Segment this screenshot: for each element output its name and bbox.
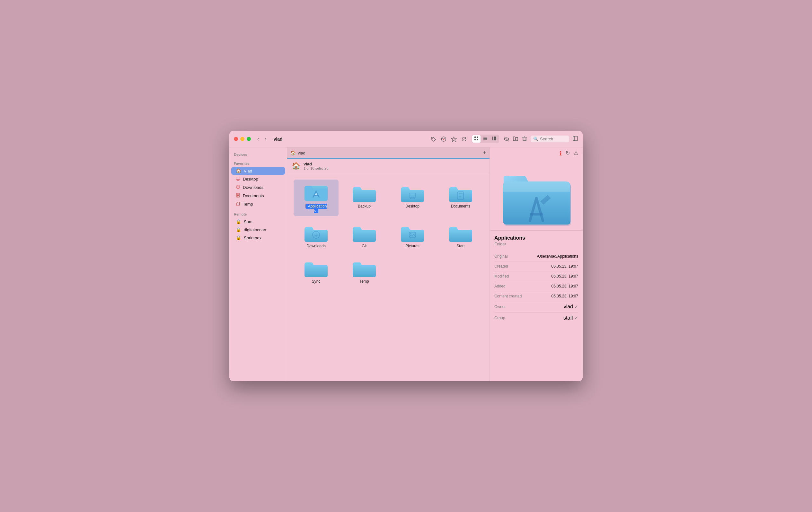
file-item-sync[interactable]: Sync	[294, 255, 339, 287]
sidebar-item-sprintbox[interactable]: 🔒 Sprintbox	[231, 234, 285, 241]
inspector-key-content-created: Content created	[494, 294, 522, 298]
list-view-button[interactable]	[481, 135, 490, 143]
folder-header-name: vlad	[303, 162, 328, 166]
file-label-start: Start	[457, 244, 464, 248]
window-title: vlad	[274, 137, 283, 142]
sidebar-item-documents[interactable]: Documents	[231, 192, 285, 200]
file-item-pictures[interactable]: Pictures	[390, 219, 435, 252]
sidebar-section-devices: Devices	[229, 151, 287, 158]
svg-marker-6	[451, 137, 457, 142]
group-check-icon: ✓	[574, 315, 578, 320]
file-item-desktop[interactable]: Desktop	[390, 179, 435, 216]
inspector-row-owner: Owner vlad ✓	[494, 301, 578, 313]
folder-header-home-icon: 🏠	[292, 162, 300, 170]
path-bar: 🏠 vlad +	[287, 147, 490, 159]
sidebar-label-documents: Documents	[243, 193, 264, 198]
file-label-sync: Sync	[312, 279, 321, 284]
svg-point-53	[410, 233, 411, 234]
info-icon[interactable]: ℹ	[559, 150, 562, 157]
file-item-downloads[interactable]: Downloads	[294, 219, 339, 252]
search-box[interactable]: 🔍	[531, 136, 569, 142]
file-label-backup: Backup	[358, 204, 371, 208]
svg-rect-14	[492, 137, 493, 140]
sync-icon[interactable]	[461, 136, 467, 142]
file-item-documents[interactable]: Documents	[438, 179, 483, 216]
path-add-button[interactable]: +	[483, 150, 486, 157]
inspector-key-created: Created	[494, 264, 508, 268]
inspector-sync-icon[interactable]: ↻	[566, 150, 570, 157]
documents-icon	[236, 193, 240, 199]
file-item-start[interactable]: Start	[438, 219, 483, 252]
search-input[interactable]	[540, 137, 566, 141]
inspector-val-original: /Users/vlad/Applications	[537, 254, 578, 259]
sidebar-toggle-icon[interactable]	[572, 136, 578, 143]
svg-point-2	[442, 138, 443, 139]
inspector-title: Applications	[494, 235, 578, 241]
trash-icon[interactable]	[522, 136, 527, 143]
inspector-val-content-created: 05.05.23, 19:07	[551, 294, 578, 298]
inspector-key-original: Original	[494, 254, 508, 259]
svg-point-4	[444, 138, 445, 139]
tag-icon[interactable]	[430, 136, 436, 142]
sidebar-label-temp: Temp	[243, 202, 253, 206]
inspector-row-group: Group staff ✓	[494, 313, 578, 323]
lock-sprintbox-icon: 🔒	[236, 235, 241, 240]
svg-rect-28	[236, 177, 240, 179]
sidebar-item-downloads[interactable]: Downloads	[231, 183, 285, 192]
svg-rect-9	[474, 139, 476, 140]
sidebar-item-sam[interactable]: 🔒 Sam	[231, 218, 285, 226]
sidebar-label-desktop: Desktop	[243, 177, 258, 181]
inspector-preview	[490, 160, 583, 231]
folder-header: 🏠 vlad 1 of 10 selected	[287, 159, 490, 173]
titlebar: ‹ › vlad	[229, 131, 583, 147]
new-folder-icon[interactable]	[513, 136, 518, 143]
inspector-val-modified: 05.05.23, 19:07	[551, 274, 578, 279]
sidebar-label-vlad: Vlad	[244, 169, 252, 173]
file-item-backup[interactable]: Backup	[342, 179, 387, 216]
file-item-temp[interactable]: Temp	[342, 255, 387, 287]
desktop-icon	[236, 176, 240, 182]
action-icons	[513, 136, 527, 143]
file-label-git: Git	[362, 244, 367, 248]
folder-header-info: vlad 1 of 10 selected	[303, 162, 328, 170]
hide-icon[interactable]	[504, 136, 510, 142]
inspector-key-owner: Owner	[494, 305, 505, 309]
inspector-info: Applications Folder Original /Users/vlad…	[490, 231, 583, 328]
svg-rect-15	[494, 137, 495, 140]
file-item-applications[interactable]: ✦ Applications	[294, 179, 339, 216]
palette-icon[interactable]	[441, 136, 446, 142]
fullscreen-button[interactable]	[247, 137, 251, 141]
inspector-row-content-created: Content created 05.05.23, 19:07	[494, 291, 578, 301]
inspector-row-added: Added 05.05.23, 19:07	[494, 281, 578, 291]
sidebar-item-desktop[interactable]: Desktop	[231, 175, 285, 183]
minimize-button[interactable]	[240, 137, 244, 141]
svg-rect-8	[477, 137, 478, 138]
file-label-downloads: Downloads	[307, 244, 325, 248]
sidebar: Devices Favorites 🏠 Vlad Desktop Downloa…	[229, 147, 287, 381]
svg-point-3	[443, 138, 444, 138]
path-text: vlad	[298, 151, 306, 155]
forward-button[interactable]: ›	[263, 136, 267, 143]
toolbar-icons	[430, 135, 510, 143]
back-button[interactable]: ‹	[256, 136, 260, 143]
file-item-git[interactable]: Git	[342, 219, 387, 252]
svg-point-5	[443, 139, 444, 140]
home-icon: 🏠	[236, 168, 241, 173]
files-grid: ✦ Applications	[287, 173, 490, 381]
inspector-panel: ℹ ↻ ⚠	[490, 147, 583, 381]
close-button[interactable]	[234, 137, 238, 141]
star-icon[interactable]	[451, 136, 457, 142]
inspector-toolbar: ℹ ↻ ⚠	[490, 147, 583, 160]
sidebar-item-digitalocean[interactable]: 🔒 digitalocean	[231, 226, 285, 233]
finder-window: ‹ › vlad	[229, 131, 583, 381]
sidebar-item-temp[interactable]: Temp	[231, 200, 285, 208]
lock-digitalocean-icon: 🔒	[236, 227, 241, 232]
svg-rect-21	[523, 137, 526, 141]
traffic-lights	[234, 137, 251, 141]
column-view-button[interactable]	[490, 135, 498, 143]
sidebar-item-vlad[interactable]: 🏠 Vlad	[231, 167, 285, 175]
warning-icon[interactable]: ⚠	[574, 150, 578, 157]
svg-rect-26	[573, 136, 578, 141]
inspector-row-original: Original /Users/vlad/Applications	[494, 252, 578, 261]
icon-view-button[interactable]	[472, 135, 481, 143]
